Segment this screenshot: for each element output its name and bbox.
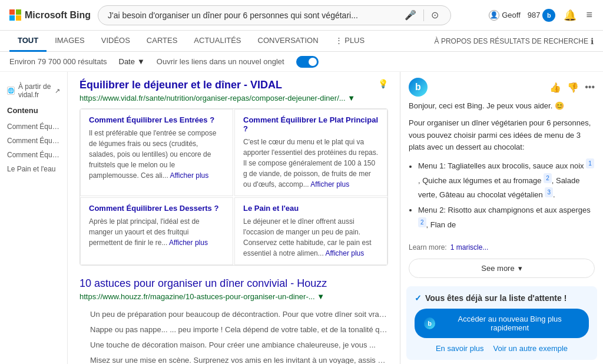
learn-more-bottom-link[interactable]: En savoir plus	[436, 344, 484, 353]
tab-conversation[interactable]: CONVERSATION	[250, 31, 327, 52]
sidebar-item-1[interactable]: Comment Équil...	[0, 120, 67, 134]
result-1-url[interactable]: https://www.vidal.fr/sante/nutrition/org…	[79, 94, 355, 102]
new-tab-label: Ouvrir les liens dans un nouvel onglet	[157, 57, 284, 66]
see-example-link[interactable]: Voir un autre exemple	[493, 344, 568, 353]
ai-menu-1: Menu 1: Tagliatelles aux brocolis, sauce…	[418, 158, 595, 201]
bullet-3: Une touche de décoration maison. Pour cr…	[90, 337, 388, 353]
sub-header: Environ 79 700 000 résultats Date ▼ Ouvr…	[0, 52, 603, 72]
search-input[interactable]	[108, 11, 397, 20]
bottom-title-text: Vous êtes déjà sur la liste d'attente !	[425, 293, 566, 303]
ai-logo: b	[409, 78, 428, 97]
cell-2-text: C'est le cœur du menu et le plat qui va …	[243, 137, 379, 190]
see-more-button[interactable]: See more ▾	[409, 259, 595, 278]
ai-panel: b 👍 👎 ••• Bonjour, ceci est Bing. Je peu…	[400, 72, 603, 364]
ai-actions: 👍 👎 •••	[549, 82, 595, 93]
show-more-2[interactable]: Afficher plus	[310, 180, 349, 188]
points-value: 987	[528, 11, 541, 19]
date-filter[interactable]: Date ▼	[119, 57, 145, 66]
menu-button[interactable]: ≡	[585, 8, 594, 22]
result-card-2: 10 astuces pour organiser un dîner convi…	[79, 277, 388, 364]
new-tab-toggle[interactable]	[296, 56, 319, 68]
search-bar: 🎤 ⊙	[98, 5, 451, 25]
cell-4-title[interactable]: Le Pain et l'eau	[243, 204, 379, 213]
nav-about[interactable]: À PROPOS DES RÉSULTATS DE RECHERCHE ℹ	[435, 37, 594, 46]
rich-result-grid: Comment Équilibrer Les Entrées ? Il est …	[79, 108, 388, 266]
user-name: Geoff	[502, 11, 521, 19]
tab-more[interactable]: ⋮ PLUS	[327, 31, 373, 52]
ai-bottom-panel: ✓ Vous êtes déjà sur la liste d'attente …	[406, 286, 597, 360]
tab-actualites[interactable]: ACTUALITÉS	[185, 31, 249, 52]
save-button-1[interactable]: 💡	[378, 79, 388, 88]
more-label: ⋮ PLUS	[335, 36, 365, 45]
cite-3: 3	[545, 187, 553, 197]
cell-3-text: Après le plat principal, l'idéal est de …	[89, 216, 224, 248]
user-info[interactable]: 👤 Geoff	[489, 10, 521, 21]
mic-button[interactable]: 🎤	[402, 9, 419, 21]
cell-2-title[interactable]: Comment Équilibrer Le Plat Principal ?	[243, 115, 379, 133]
result-2-bullets: Un peu de préparation pour beaucoup de d…	[79, 307, 388, 364]
cell-3-title[interactable]: Comment Équilibrer Les Desserts ?	[89, 204, 224, 213]
nav-tabs: TOUT IMAGES VIDÉOS CARTES ACTUALITÉS CON…	[0, 31, 603, 52]
result-2-url[interactable]: https://www.houzz.fr/magazine/10-astuces…	[79, 292, 388, 301]
tab-images[interactable]: IMAGES	[47, 31, 93, 52]
sidebar-item-2[interactable]: Comment Équil...	[0, 134, 67, 148]
show-more-4[interactable]: Afficher plus	[325, 249, 364, 257]
ai-bottom-links: En savoir plus Voir un autre exemple	[415, 344, 589, 353]
learn-more-link[interactable]: 1 mariscle...	[450, 243, 489, 252]
ms-logo	[9, 9, 21, 21]
sidebar-source[interactable]: 🌐 À partir de vidal.fr ↗	[0, 79, 67, 102]
header: Microsoft Bing 🎤 ⊙ 👤 Geoff 987 b 🔔 ≡	[0, 0, 603, 31]
result-2-title[interactable]: 10 astuces pour organiser un dîner convi…	[79, 277, 388, 290]
result-1-title[interactable]: Équilibrer le déjeuner et le dîner - VID…	[79, 79, 355, 91]
results-area: Équilibrer le déjeuner et le dîner - VID…	[68, 72, 400, 364]
thumbs-down-button[interactable]: 👎	[567, 82, 579, 93]
info-icon: ℹ	[591, 37, 594, 46]
notifications-button[interactable]: 🔔	[562, 8, 578, 23]
cite-4: 2	[418, 217, 426, 227]
ai-cta-button[interactable]: b Accéder au nouveau Bing plus rapidemen…	[415, 309, 589, 338]
cite-1: 1	[586, 158, 594, 168]
ai-bottom-title: ✓ Vous êtes déjà sur la liste d'attente …	[415, 293, 589, 303]
ai-menu-2: Menu 2: Risotto aux champignons et aux a…	[418, 204, 595, 231]
sidebar-source-label: À partir de vidal.fr	[18, 82, 51, 99]
sidebar-item-3[interactable]: Comment Équil...	[0, 148, 67, 162]
sidebar: 🌐 À partir de vidal.fr ↗ Contenu Comment…	[0, 72, 68, 364]
chevron-down-icon: ▾	[518, 264, 522, 273]
ai-menu-list: Menu 1: Tagliatelles aux brocolis, sauce…	[409, 158, 595, 231]
rich-cell-1: Comment Équilibrer Les Entrées ? Il est …	[80, 109, 233, 196]
ai-greeting: Bonjour, ceci est Bing. Je peux vous aid…	[409, 100, 595, 112]
learn-more-label: Learn more:	[409, 243, 447, 252]
ai-learn-more: Learn more: 1 mariscle...	[400, 240, 603, 255]
bullet-2: Nappe ou pas nappe... ... peu importe ! …	[90, 322, 388, 337]
rich-cell-2: Comment Équilibrer Le Plat Principal ? C…	[234, 109, 387, 196]
rich-cell-4: Le Pain et l'eau Le déjeuner et le dîner…	[234, 197, 387, 265]
cell-1-text: Il est préférable que l'entrée se compos…	[89, 128, 224, 181]
cta-bing-logo: b	[424, 317, 435, 329]
sidebar-item-4[interactable]: Le Pain et l'eau	[0, 162, 67, 176]
source-icon: 🌐	[7, 87, 15, 95]
tab-cartes[interactable]: CARTES	[138, 31, 186, 52]
bullet-4: Misez sur une mise en scène. Surprenez v…	[90, 353, 388, 364]
cite-2: 2	[544, 173, 552, 183]
bing-rewards-icon: b	[542, 9, 555, 22]
cell-1-title[interactable]: Comment Équilibrer Les Entrées ?	[89, 115, 224, 124]
thumbs-up-button[interactable]: 👍	[549, 82, 561, 93]
ai-intro: Pour organiser un dîner végétarien pour …	[409, 117, 595, 154]
search-divider	[423, 9, 424, 21]
date-chevron: ▼	[137, 57, 145, 66]
user-icon: 👤	[489, 10, 499, 21]
ai-more-button[interactable]: •••	[585, 82, 595, 92]
cta-label: Accéder au nouveau Bing plus rapidement	[440, 315, 579, 332]
date-label: Date	[119, 57, 135, 66]
points-badge[interactable]: 987 b	[528, 9, 556, 22]
show-more-1[interactable]: Afficher plus	[170, 171, 208, 180]
external-link-icon: ↗	[55, 87, 60, 95]
header-right: 👤 Geoff 987 b 🔔 ≡	[489, 8, 594, 23]
sidebar-title: Contenu	[0, 102, 67, 120]
camera-button[interactable]: ⊙	[429, 9, 441, 21]
show-more-3[interactable]: Afficher plus	[169, 239, 208, 247]
tab-tout[interactable]: TOUT	[9, 31, 47, 52]
result-card-1: Équilibrer le déjeuner et le dîner - VID…	[79, 79, 388, 266]
main-content: 🌐 À partir de vidal.fr ↗ Contenu Comment…	[0, 72, 603, 364]
tab-videos[interactable]: VIDÉOS	[93, 31, 138, 52]
